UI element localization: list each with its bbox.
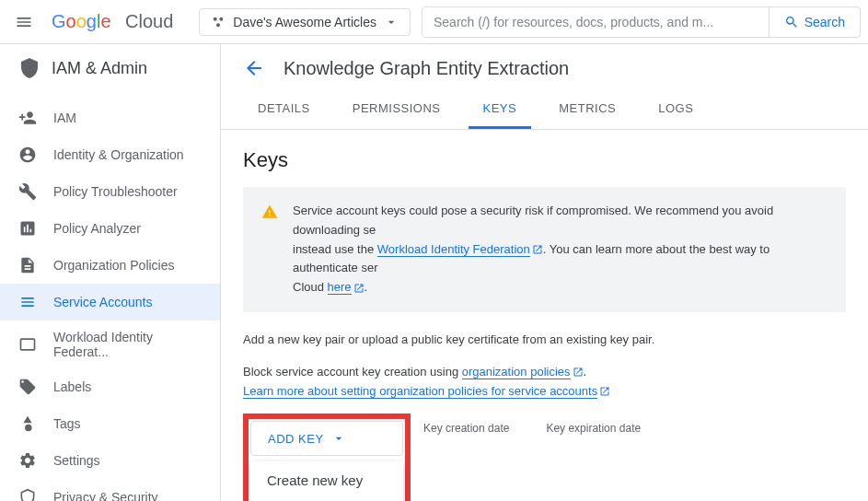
svg-point-2	[220, 17, 224, 20]
sidebar-header: IAM & Admin	[0, 44, 220, 92]
highlight-box: ADD KEY Create new key Upload existing k…	[243, 414, 411, 501]
search-icon	[784, 15, 799, 29]
sidebar-item-label: Policy Troubleshooter	[53, 184, 178, 199]
sidebar-item-tags[interactable]: Tags	[0, 405, 220, 442]
sidebar-item-privacy[interactable]: Privacy & Security	[0, 479, 220, 501]
external-link-icon	[353, 283, 365, 294]
sidebar-item-settings[interactable]: Settings	[0, 442, 220, 479]
col-expiration-date: Key expiration date	[546, 414, 641, 442]
svg-point-3	[216, 23, 220, 27]
col-creation-date: Key creation date	[423, 414, 509, 442]
person-icon	[18, 146, 37, 164]
search-button[interactable]: Search	[769, 7, 860, 37]
warning-text: .	[365, 280, 368, 294]
search-container: Search	[422, 6, 861, 38]
info-text: .	[584, 365, 587, 379]
wrench-icon	[18, 182, 37, 201]
page-title: Knowledge Graph Entity Extraction	[284, 58, 569, 79]
create-new-key-item[interactable]: Create new key	[250, 461, 403, 499]
warning-box: Service account keys could pose a securi…	[243, 187, 846, 312]
warning-text: Cloud	[293, 280, 328, 294]
gear-icon	[18, 451, 37, 470]
sidebar-item-label: Tags	[53, 416, 81, 431]
sidebar-item-label: Organization Policies	[53, 258, 175, 273]
sidebar-item-org-policies[interactable]: Organization Policies	[0, 247, 220, 284]
sidebar-item-label: Privacy & Security	[53, 490, 158, 501]
sidebar-item-label: Identity & Organization	[53, 147, 184, 162]
sidebar-item-label: IAM	[53, 111, 76, 125]
sidebar-item-iam[interactable]: IAM	[0, 99, 220, 136]
analyzer-icon	[18, 219, 37, 238]
warning-text: instead use the	[293, 242, 377, 256]
shield-outline-icon	[18, 488, 37, 501]
shield-icon	[18, 57, 41, 79]
sidebar-item-label: Service Accounts	[53, 295, 152, 309]
external-link-icon	[532, 244, 543, 255]
chevron-down-icon	[331, 431, 346, 446]
sidebar-item-label: Settings	[53, 453, 100, 468]
search-input[interactable]	[422, 7, 769, 37]
project-name: Dave's Awesome Articles	[233, 15, 376, 29]
info-text: Block service account key creation using	[243, 365, 462, 379]
warning-text: Service account keys could pose a securi…	[293, 204, 773, 237]
table-header: Key creation date Key expiration date	[423, 414, 641, 442]
org-policies-link[interactable]: organization policies	[462, 365, 571, 379]
sidebar-item-workload[interactable]: Workload Identity Federat...	[0, 320, 220, 368]
workload-icon	[18, 335, 37, 354]
tab-metrics[interactable]: METRICS	[544, 90, 631, 129]
menu-button[interactable]	[7, 6, 41, 39]
workload-link[interactable]: Workload Identity Federation	[377, 242, 530, 257]
warning-icon	[261, 204, 278, 220]
info-text: Add a new key pair or upload a public ke…	[243, 331, 846, 350]
cloud-text: Cloud	[125, 11, 173, 32]
project-icon	[211, 15, 226, 29]
sidebar-title: IAM & Admin	[52, 59, 147, 78]
search-label: Search	[804, 15, 845, 29]
sidebar-item-label: Policy Analyzer	[53, 221, 141, 236]
sidebar-item-identity[interactable]: Identity & Organization	[0, 136, 220, 173]
project-selector[interactable]: Dave's Awesome Articles	[199, 8, 411, 36]
person-add-icon	[18, 109, 37, 127]
sidebar-item-labels[interactable]: Labels	[0, 368, 220, 405]
tab-details[interactable]: DETAILS	[243, 90, 325, 129]
google-cloud-logo[interactable]: Google Cloud	[52, 11, 173, 33]
tab-logs[interactable]: LOGS	[643, 90, 708, 129]
learn-more-link[interactable]: Learn more about setting organization po…	[243, 384, 597, 399]
section-title: Keys	[243, 148, 846, 172]
sidebar-item-service-accounts[interactable]: Service Accounts	[0, 284, 220, 320]
service-account-icon	[18, 293, 37, 311]
document-icon	[18, 256, 37, 274]
external-link-icon	[573, 367, 584, 378]
add-key-button[interactable]: ADD KEY	[250, 421, 403, 456]
tab-permissions[interactable]: PERMISSIONS	[338, 90, 456, 129]
google-logo-icon: Google	[52, 11, 120, 33]
add-key-label: ADD KEY	[268, 432, 324, 446]
tag-icon	[18, 378, 37, 396]
add-key-dropdown: Create new key Upload existing key	[250, 461, 403, 501]
chevron-down-icon	[384, 15, 399, 29]
svg-point-1	[214, 17, 217, 20]
hamburger-icon	[15, 13, 33, 31]
sidebar-item-troubleshooter[interactable]: Policy Troubleshooter	[0, 173, 220, 210]
sidebar-item-label: Workload Identity Federat...	[53, 330, 202, 359]
back-arrow[interactable]	[243, 57, 265, 79]
svg-text:Google: Google	[52, 11, 111, 31]
here-link[interactable]: here	[328, 280, 352, 295]
sidebar-item-label: Labels	[53, 379, 91, 394]
tab-keys[interactable]: KEYS	[469, 90, 532, 129]
external-link-icon	[599, 386, 610, 397]
tags-icon	[18, 414, 37, 433]
sidebar-item-analyzer[interactable]: Policy Analyzer	[0, 210, 220, 247]
